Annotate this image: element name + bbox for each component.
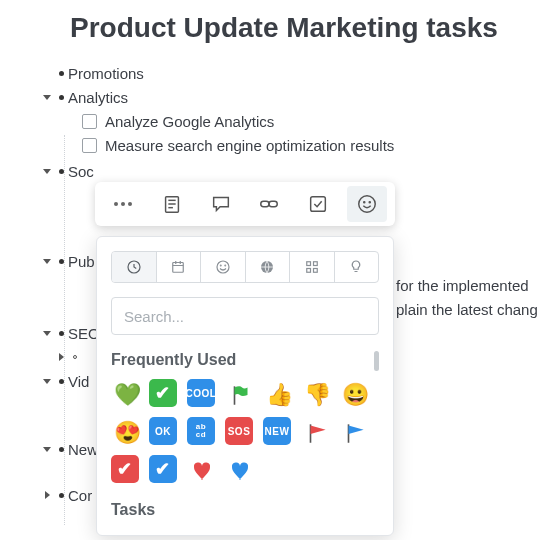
outline-item-analytics[interactable]: Analytics <box>68 87 128 109</box>
outline-item-content[interactable]: Cor <box>68 485 92 507</box>
pub-line: plain the latest chang <box>396 299 538 321</box>
svg-point-8 <box>364 202 365 203</box>
bullet-icon <box>68 347 82 359</box>
tab-ideas[interactable] <box>335 252 379 282</box>
task-item[interactable]: Analyze Google Analytics <box>105 111 274 133</box>
emoji-sos-box[interactable]: SOS <box>225 417 253 445</box>
emoji-search[interactable] <box>111 297 379 335</box>
svg-rect-22 <box>313 269 317 273</box>
emoji-flag-red[interactable] <box>301 417 333 449</box>
twisty-down-icon[interactable] <box>40 439 54 454</box>
outline-item-promotions[interactable]: Promotions <box>68 63 144 85</box>
svg-rect-6 <box>311 197 326 212</box>
twisty-down-icon[interactable] <box>40 371 54 386</box>
bullet-icon <box>54 485 68 498</box>
twisty-down-icon[interactable] <box>40 323 54 338</box>
emoji-check-blue[interactable]: ✔ <box>149 455 177 483</box>
outline-item-publications[interactable]: Pub <box>68 251 95 273</box>
svg-rect-5 <box>269 201 277 207</box>
outline-item-social[interactable]: Soc <box>68 161 94 183</box>
emoji-new-box[interactable]: NEW <box>263 417 291 445</box>
svg-rect-11 <box>173 263 184 273</box>
link-button[interactable] <box>249 186 289 222</box>
svg-point-15 <box>217 261 229 273</box>
comment-button[interactable] <box>201 186 241 222</box>
emoji-flag-green[interactable] <box>225 379 257 411</box>
emoji-thumbs-down[interactable]: 👎 <box>301 379 333 411</box>
outline-item-newsletter[interactable]: New <box>68 439 98 461</box>
bullet-icon <box>54 371 68 384</box>
outline-item-video[interactable]: Vid <box>68 371 89 393</box>
emoji-heart-eyes[interactable]: 😍 <box>111 417 143 449</box>
emoji-panel: Frequently Used 💚 ✔ COOL 👍 👎 😀 😍 OK abcd… <box>96 236 394 536</box>
scrollbar[interactable] <box>374 351 379 371</box>
emoji-grid-recent: 💚 ✔ COOL 👍 👎 😀 😍 OK abcd SOS NEW ✔ ✔ <box>111 379 379 489</box>
svg-point-7 <box>359 196 376 213</box>
section-tasks: Tasks <box>111 501 379 519</box>
bullet-icon <box>54 87 68 100</box>
emoji-ok-box[interactable]: OK <box>149 417 177 445</box>
svg-rect-19 <box>307 262 311 266</box>
emoji-green-heart[interactable]: 💚 <box>111 379 143 411</box>
bullet-icon <box>54 251 68 264</box>
section-frequent: Frequently Used <box>111 351 379 369</box>
tab-smileys[interactable] <box>201 252 246 282</box>
tab-recent[interactable] <box>112 252 157 282</box>
svg-point-17 <box>225 265 226 266</box>
emoji-thumbs-up[interactable]: 👍 <box>263 379 295 411</box>
emoji-button[interactable] <box>347 186 387 222</box>
twisty-down-icon[interactable] <box>40 161 54 176</box>
page-title: Product Update Marketing tasks <box>70 12 540 43</box>
inline-toolbar <box>95 182 395 226</box>
emoji-cool-box[interactable]: COOL <box>187 379 215 407</box>
bullet-icon <box>54 63 68 76</box>
emoji-check-green[interactable]: ✔ <box>149 379 177 407</box>
task-item[interactable]: Measure search engine optimization resul… <box>105 135 394 157</box>
pub-line: for the implemented <box>396 275 529 297</box>
bullet-icon <box>54 323 68 336</box>
emoji-grinning[interactable]: 😀 <box>339 379 371 411</box>
svg-point-9 <box>369 202 370 203</box>
emoji-heart-blue[interactable] <box>225 455 257 487</box>
outline-item-seo[interactable]: SEO <box>68 323 100 345</box>
emoji-search-input[interactable] <box>122 307 368 326</box>
task-button[interactable] <box>298 186 338 222</box>
checkbox[interactable] <box>82 138 97 153</box>
twisty-down-icon[interactable] <box>40 87 54 102</box>
svg-rect-20 <box>313 262 317 266</box>
emoji-heart-red[interactable] <box>187 455 219 487</box>
checkbox[interactable] <box>82 114 97 129</box>
tab-symbols[interactable] <box>290 252 335 282</box>
emoji-category-tabs <box>111 251 379 283</box>
svg-rect-21 <box>307 269 311 273</box>
emoji-flag-blue[interactable] <box>339 417 371 449</box>
twisty-down-icon[interactable] <box>40 251 54 266</box>
twisty-right-icon[interactable] <box>40 485 54 500</box>
emoji-abcd-box[interactable]: abcd <box>187 417 215 445</box>
note-button[interactable] <box>152 186 192 222</box>
bullet-icon <box>54 439 68 452</box>
emoji-check-red[interactable]: ✔ <box>111 455 139 483</box>
tab-sports[interactable] <box>246 252 291 282</box>
twisty-right-icon[interactable] <box>54 347 68 362</box>
more-button[interactable] <box>103 186 143 222</box>
svg-rect-4 <box>261 201 269 207</box>
svg-point-16 <box>220 265 221 266</box>
tab-date[interactable] <box>157 252 202 282</box>
bullet-icon <box>54 161 68 174</box>
